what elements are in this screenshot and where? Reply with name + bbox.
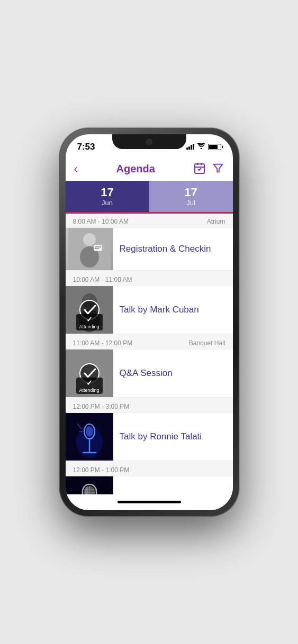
date-tabs: 17 Jun 17 Jul	[66, 181, 233, 212]
location-registration: Atrium	[207, 218, 225, 225]
time-slot-registration: 8:00 AM - 10:00 AM Atrium	[66, 214, 233, 271]
event-thumbnail-keynote	[66, 476, 113, 494]
svg-rect-0	[195, 164, 204, 173]
event-title-wrap-keynote: Keynote Session	[113, 476, 194, 494]
time-slot-mark-cuban: 10:00 AM - 11:00 AM	[66, 272, 233, 334]
event-card-mark-cuban[interactable]: ✓ Attending Talk by Mark Cuban	[66, 286, 233, 334]
event-thumbnail-qa: ✓ Attending	[66, 349, 113, 397]
time-slot-qa: 11:00 AM - 12:00 PM Banquet Hall ✓	[66, 335, 233, 398]
event-title-ronnie: Talk by Ronnie Talati	[120, 431, 202, 442]
event-title-wrap-ronnie: Talk by Ronnie Talati	[113, 413, 209, 461]
location-qa: Banquet Hall	[189, 339, 225, 347]
home-indicator	[66, 494, 233, 510]
event-title-wrap-registration: Registration & Checkin	[113, 228, 218, 270]
attending-text-qa: Attending	[79, 388, 99, 393]
time-header-keynote: 12:00 PM - 1:00 PM	[66, 462, 233, 476]
svg-point-22	[86, 426, 93, 437]
event-title-registration: Registration & Checkin	[120, 244, 211, 254]
event-thumbnail-ronnie	[66, 413, 113, 461]
signal-icon	[186, 144, 194, 150]
attending-text-mark-cuban: Attending	[79, 324, 99, 329]
svg-point-6	[83, 233, 96, 246]
home-bar	[118, 501, 181, 503]
time-header-mark-cuban: 10:00 AM - 11:00 AM	[66, 272, 233, 286]
battery-icon	[208, 144, 221, 150]
page-title: Agenda	[116, 163, 155, 175]
notch	[112, 134, 186, 149]
time-label-keynote: 12:00 PM - 1:00 PM	[73, 466, 130, 474]
event-thumbnail-mark-cuban: ✓ Attending	[66, 286, 113, 334]
signal-bar-3	[191, 145, 192, 150]
event-thumbnail-registration	[66, 228, 113, 270]
time-header-qa: 11:00 AM - 12:00 PM Banquet Hall	[66, 335, 233, 349]
attending-check-qa: ✓	[86, 379, 93, 387]
signal-bar-1	[186, 148, 188, 150]
date-tab-jul-month: Jul	[155, 199, 228, 207]
phone-screen: 7:53	[66, 134, 233, 510]
app-content: ‹ Agenda	[66, 158, 233, 510]
attending-check-mark-cuban: ✓	[86, 315, 93, 324]
event-card-registration[interactable]: Registration & Checkin	[66, 227, 233, 271]
signal-bar-4	[193, 144, 194, 150]
status-time: 7:53	[77, 142, 95, 152]
calendar-icon[interactable]	[193, 162, 206, 177]
svg-marker-4	[214, 164, 223, 172]
date-tab-jun-month: Jun	[71, 199, 144, 207]
status-icons	[186, 143, 221, 151]
signal-bar-2	[188, 146, 190, 150]
date-tab-jun-day: 17	[71, 186, 144, 199]
time-header-ronnie: 12:00 PM - 3:00 PM	[66, 399, 233, 412]
header-actions	[193, 162, 224, 177]
event-card-keynote[interactable]: Keynote Session	[66, 476, 233, 494]
event-title-wrap-qa: Q&A Session	[113, 349, 179, 397]
filter-icon[interactable]	[212, 162, 224, 176]
back-button[interactable]: ‹	[74, 162, 78, 176]
svg-rect-8	[94, 245, 102, 251]
event-title-qa: Q&A Session	[120, 368, 173, 379]
time-label-registration: 8:00 AM - 10:00 AM	[73, 218, 129, 225]
date-tab-jun[interactable]: 17 Jun	[66, 181, 149, 212]
attending-badge-qa: ✓ Attending	[76, 378, 102, 394]
schedule-list[interactable]: 8:00 AM - 10:00 AM Atrium	[66, 214, 233, 494]
event-title-wrap-mark-cuban: Talk by Mark Cuban	[113, 286, 205, 334]
wifi-icon	[197, 143, 205, 151]
phone-frame: 7:53	[59, 128, 239, 517]
event-card-qa[interactable]: ✓ Attending Q&A Session	[66, 349, 233, 398]
time-header-registration: 8:00 AM - 10:00 AM Atrium	[66, 214, 233, 227]
date-tab-jul-day: 17	[155, 186, 228, 199]
time-label-mark-cuban: 10:00 AM - 11:00 AM	[73, 276, 132, 283]
app-header: ‹ Agenda	[66, 158, 233, 181]
event-card-ronnie[interactable]: Talk by Ronnie Talati	[66, 412, 233, 461]
time-label-qa: 11:00 AM - 12:00 PM	[73, 339, 133, 347]
time-label-ronnie: 12:00 PM - 3:00 PM	[73, 403, 130, 410]
svg-rect-36	[85, 487, 88, 494]
event-title-mark-cuban: Talk by Mark Cuban	[120, 305, 199, 315]
time-slot-ronnie: 12:00 PM - 3:00 PM	[66, 399, 233, 461]
notch-camera	[146, 139, 152, 145]
attending-badge-mark-cuban: ✓ Attending	[76, 314, 102, 330]
battery-fill	[209, 145, 218, 149]
date-tab-jul[interactable]: 17 Jul	[149, 181, 233, 212]
time-slot-keynote: 12:00 PM - 1:00 PM	[66, 462, 233, 494]
